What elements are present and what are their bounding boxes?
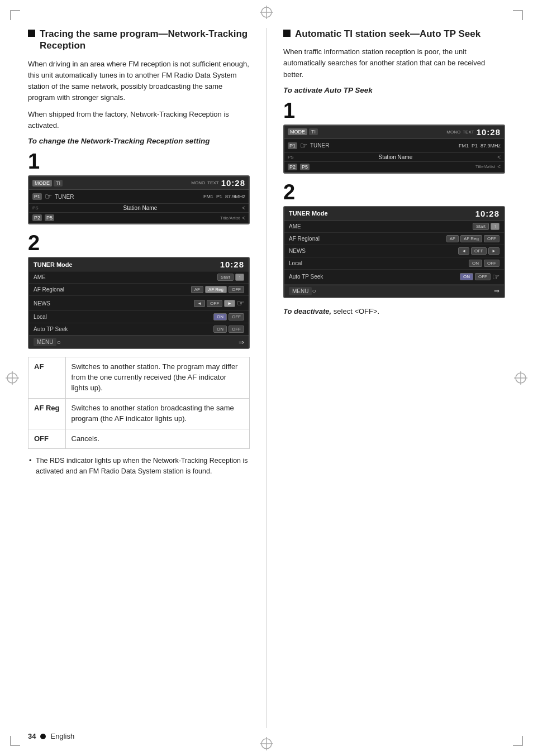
p-label: P1 [216,194,222,199]
local-off-btn[interactable]: OFF [229,313,244,320]
right-autotp-label: Auto TP Seek [289,274,334,280]
right-section-title: Automatic TI station seek—Auto TP Seek [283,28,505,40]
p1-label: P1 [32,193,42,200]
right-menu-title: TUNER Mode [289,210,328,217]
right-footer-icon: ○ [312,287,316,295]
right-menu-screen: TUNER Mode 10:28 AME Start ↑ AF Regional… [283,206,505,298]
left-step2: 2 TUNER Mode 10:28 AME Start ↑ AF [28,232,250,349]
right-news-off-btn[interactable]: OFF [471,247,487,255]
left-screen1-row3-left: P2 P5 [32,214,54,221]
right-menu-clock: 10:28 [475,209,499,218]
left-menu-row-local: Local ON OFF [29,311,249,323]
right-fm1-label: FM1 [459,143,469,149]
title-artist-small: Title/Artist [220,216,240,221]
right-screen1-row3: P2 P5 Title/Artist < [284,162,504,173]
right-station-name: Station Name [379,154,413,160]
right-af-btn[interactable]: AF [446,235,459,242]
left-menu-row-news: NEWS ◄ OFF ► ☞ [29,296,249,311]
right-step1-number: 1 [283,100,505,121]
right-title-square-icon [283,30,291,37]
right-screen1: MODE TI MONO TEXT 10:28 P1 ☞ TUNER [283,125,505,174]
right-news-controls: ◄ OFF ► [458,247,499,255]
right-hand-cursor-1: ☞ [300,141,307,151]
right-column: Automatic TI station seek—Auto TP Seek W… [278,28,505,728]
ame-start-btn[interactable]: Start [217,274,234,281]
right-menu-label[interactable]: MENU [289,287,312,295]
p5-label: P5 [45,214,54,221]
right-screen1-row1-left: P1 ☞ TUNER [288,141,329,151]
left-screen1-row1-right: FM1 P1 87.9MHz [203,194,245,199]
menu-label[interactable]: MENU [34,338,56,346]
ame-label: AME [34,274,78,280]
autotp-controls: ON OFF [213,326,244,333]
table-value-off: Cancels. [65,429,250,449]
right-ame-start-btn[interactable]: Start [473,223,489,230]
right-step2-number: 2 [283,181,505,203]
news-controls: ◄ OFF ► ☞ [194,298,244,308]
right-menu-row-news: NEWS ◄ OFF ► [284,245,504,257]
right-title-artist-small: Title/Artist [475,164,495,169]
autotp-on-btn[interactable]: ON [213,326,227,333]
left-menu-clock: 10:28 [220,260,244,269]
right-screen1-station-row: PS Station Name < [284,153,504,162]
right-news-next-btn[interactable]: ► [488,247,499,255]
news-next-btn[interactable]: ► [224,300,235,307]
right-body: When traffic information station recepti… [283,46,505,80]
left-menu-row-autotp: Auto TP Seek ON OFF [29,323,249,336]
table-key-afreg: AF Reg [28,398,66,429]
table-value-af: Switches to another station. The program… [65,357,250,399]
chevron-icon-2: < [242,215,245,221]
right-mode-tab-ti: TI [309,128,318,135]
right-p-label: P1 [472,143,478,149]
right-ame-label: AME [289,223,334,229]
right-af-regional-label: AF Regional [289,236,334,242]
right-ame-up-btn[interactable]: ↑ [491,223,499,230]
ame-up-btn[interactable]: ↑ [235,274,244,281]
left-section-title: Tracing the same program—Network-Trackin… [28,28,250,52]
table-key-off: OFF [28,429,66,449]
autotp-off-btn[interactable]: OFF [229,326,244,333]
right-local-on-btn[interactable]: ON [469,260,482,267]
left-menu-footer: MENU ○ ⇒ [29,336,249,348]
right-ps-label: PS [288,155,294,160]
right-screen1-clock: 10:28 [477,127,501,137]
text-indicator: TEXT [207,180,218,185]
right-local-off-btn[interactable]: OFF [484,260,499,267]
right-screen1-row1-right: FM1 P1 87.9MHz [459,143,501,149]
af-reg-btn[interactable]: AF Reg [205,286,227,293]
news-off-btn[interactable]: OFF [207,300,222,307]
reg-mark-top [260,6,273,19]
left-menu-screen: TUNER Mode 10:28 AME Start ↑ AF Regional… [28,257,250,349]
af-off-btn[interactable]: OFF [229,286,244,293]
left-screen1-row3-right: Title/Artist < [220,215,245,221]
left-step2-number: 2 [28,232,250,253]
deactivate-label: To deactivate, [283,307,331,315]
left-menu-row-ame: AME Start ↑ [29,271,249,284]
right-p5-label: P5 [300,164,310,170]
left-step1: 1 MODE TI MONO TEXT 10:28 P1 [28,151,250,224]
right-autotp-on-btn[interactable]: ON [460,273,473,280]
right-screen1-row3-left: P2 P5 [288,164,310,170]
news-prev-btn[interactable]: ◄ [194,300,205,307]
local-on-btn[interactable]: ON [213,313,227,320]
af-btn[interactable]: AF [191,286,203,293]
left-screen1-indicators: MONO TEXT 10:28 [191,178,245,188]
right-menu-row-local: Local ON OFF [284,257,504,270]
right-autotp-off-btn[interactable]: OFF [475,273,491,280]
left-screen1-station-row: PS Station Name < [29,204,249,213]
title-square-icon [28,30,35,37]
right-screen1-indicators: MONO TEXT 10:28 [446,127,501,137]
right-af-off-btn[interactable]: OFF [484,235,499,242]
right-autotp-controls: ON OFF ☞ [460,272,499,282]
news-label: NEWS [34,300,78,307]
right-menu-row-af: AF Regional AF AF Reg OFF [284,233,504,245]
af-controls: AF AF Reg OFF [191,286,244,293]
p2-label: P2 [32,214,42,221]
corner-mark-bl [10,736,20,746]
right-news-prev-btn[interactable]: ◄ [458,247,469,255]
fm1-label: FM1 [203,194,213,199]
right-af-reg-btn[interactable]: AF Reg [460,235,482,242]
right-ame-controls: Start ↑ [473,223,499,230]
right-af-controls: AF AF Reg OFF [446,235,499,242]
table-row-afreg: AF Reg Switches to another station broad… [28,398,250,429]
